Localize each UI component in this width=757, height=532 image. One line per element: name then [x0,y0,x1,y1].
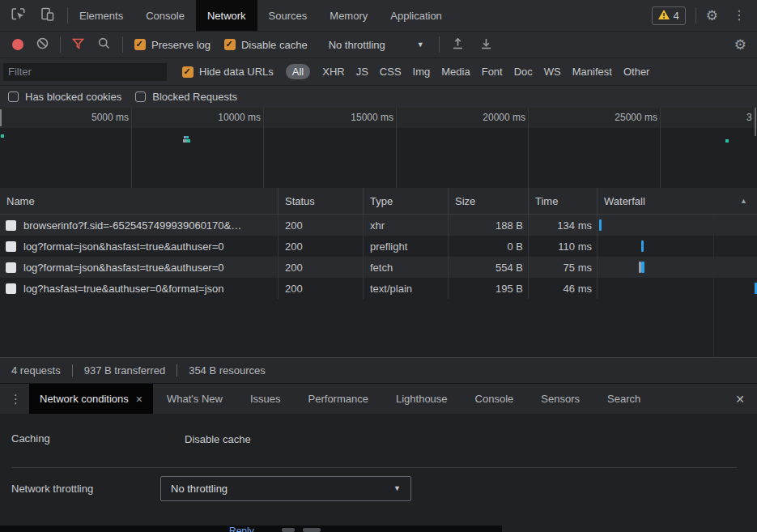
drawer-tab-whats-new[interactable]: What's New [153,384,236,414]
request-size: 554 B [448,257,528,278]
more-options-icon[interactable]: ⋮ [733,9,746,22]
drawer-tab-console[interactable]: Console [461,384,528,414]
throttling-select-value: No throttling [171,483,228,495]
toolbar-divider [122,36,123,53]
tab-memory[interactable]: Memory [318,0,379,31]
tick-20000ms: 20000 ms [444,112,525,123]
request-row[interactable]: log?format=json&hasfast=true&authuser=0 … [0,257,757,278]
hide-data-urls-checkbox[interactable] [182,66,194,78]
network-throttling-select[interactable]: No throttling ▼ [160,476,411,501]
filter-type-css[interactable]: CSS [380,66,402,78]
overview-timeline[interactable]: 5000 ms 10000 ms 15000 ms 20000 ms 25000… [0,108,757,189]
column-header-name[interactable]: Name [0,188,278,214]
waterfall-cell [597,236,757,257]
request-row[interactable]: browserinfo?f.sid=-6525457499939060170&…… [0,215,757,236]
tab-console[interactable]: Console [134,0,196,31]
request-name: log?format=json&hasfast=true&authuser=0 [23,240,224,253]
network-conditions-panel: Caching Disable cache Network throttling… [0,414,757,532]
request-row[interactable]: log?hasfast=true&authuser=0&format=json … [0,278,757,299]
sort-ascending-icon: ▲ [740,197,747,205]
drawer-tab-issues[interactable]: Issues [236,384,295,414]
reply-label-clipped: Reply [229,526,254,532]
drawer-tab-search[interactable]: Search [593,384,654,414]
overview-request-dot [184,136,189,138]
request-time: 46 ms [528,278,597,299]
issues-warning-badge[interactable]: 4 [652,6,686,25]
throttling-value: No throttling [329,39,385,51]
drawer-tab-bar: ⋮ Network conditions × What's New Issues… [0,383,757,414]
section-divider [11,467,737,468]
tab-elements[interactable]: Elements [68,0,134,31]
waterfall-cell [597,257,757,278]
overlay-icon [282,528,295,532]
devtools-tab-bar: Elements Console Network Sources Memory … [0,0,757,32]
column-header-waterfall[interactable]: Waterfall ▲ [597,188,757,214]
tab-network[interactable]: Network [196,0,257,31]
waterfall-bar [599,219,602,231]
drawer-tab-network-conditions[interactable]: Network conditions × [29,384,153,414]
filter-type-all[interactable]: All [286,64,310,79]
summary-divider [176,364,177,377]
throttling-dropdown[interactable]: No throttling ▼ [329,39,424,51]
export-har-icon[interactable] [480,37,492,52]
network-throttling-label: Network throttling [11,483,93,495]
overview-request-dot [725,139,729,143]
close-tab-icon[interactable]: × [136,393,142,406]
request-type: text/plain [363,278,448,299]
filter-type-ws[interactable]: WS [544,66,561,78]
summary-bar: 4 requests 937 B transferred 354 B resou… [0,357,757,383]
filter-funnel-icon[interactable] [72,38,84,52]
tick-30000ms-clipped: 3 [746,112,755,123]
close-drawer-icon[interactable]: ✕ [735,393,745,406]
filter-type-doc[interactable]: Doc [514,66,533,78]
overview-request-dot [1,134,4,138]
overview-left-handle[interactable] [0,109,2,126]
device-toolbar-icon[interactable] [40,6,55,24]
filter-type-img[interactable]: Img [413,66,431,78]
filter-type-other[interactable]: Other [623,66,650,78]
blocked-filters-bar: Has blocked cookies Blocked Requests [0,86,757,108]
filter-type-media[interactable]: Media [441,66,470,78]
filter-type-manifest[interactable]: Manifest [572,66,612,78]
overview-request-dot [183,139,190,143]
caret-down-icon: ▼ [393,485,401,492]
drawer-more-tools-icon[interactable]: ⋮ [10,393,22,405]
overview-right-handle[interactable] [755,108,756,136]
disable-cache-checkbox[interactable] [224,39,236,50]
filter-input[interactable] [3,63,167,81]
tab-application[interactable]: Application [379,0,453,31]
column-header-status[interactable]: Status [278,188,363,214]
has-blocked-cookies-checkbox[interactable] [8,92,19,102]
tick-15000ms: 15000 ms [313,112,393,123]
clear-network-log-icon[interactable] [36,37,49,52]
preserve-log-checkbox[interactable] [134,39,146,50]
warning-count: 4 [674,10,679,22]
request-size: 195 B [448,278,528,299]
request-name: log?hasfast=true&authuser=0&format=json [23,283,224,295]
drawer-tab-sensors[interactable]: Sensors [527,384,593,414]
request-time: 75 ms [528,257,597,278]
tick-5000ms: 5000 ms [48,112,129,123]
network-settings-gear-icon[interactable]: ⚙ [734,38,746,52]
import-har-icon[interactable] [452,37,464,52]
settings-gear-icon[interactable]: ⚙ [706,9,718,23]
request-row[interactable]: log?format=json&hasfast=true&authuser=0 … [0,236,757,257]
blocked-requests-checkbox[interactable] [135,92,146,102]
toolbar-divider [695,7,696,23]
column-header-size[interactable]: Size [448,188,528,214]
overview-gridline [528,108,529,188]
request-time: 110 ms [528,236,597,257]
drawer-tab-performance[interactable]: Performance [295,384,382,414]
filter-type-font[interactable]: Font [482,66,503,78]
search-icon[interactable] [98,37,110,52]
file-type-icon [6,283,16,294]
filter-type-js[interactable]: JS [356,66,368,78]
waterfall-bar [641,240,644,252]
inspect-element-icon[interactable] [11,6,26,24]
filter-type-xhr[interactable]: XHR [322,66,344,78]
drawer-tab-lighthouse[interactable]: Lighthouse [382,384,461,414]
column-header-time[interactable]: Time [528,188,597,214]
record-network-log-icon[interactable] [12,39,23,50]
column-header-type[interactable]: Type [363,188,448,214]
tab-sources[interactable]: Sources [257,0,319,31]
